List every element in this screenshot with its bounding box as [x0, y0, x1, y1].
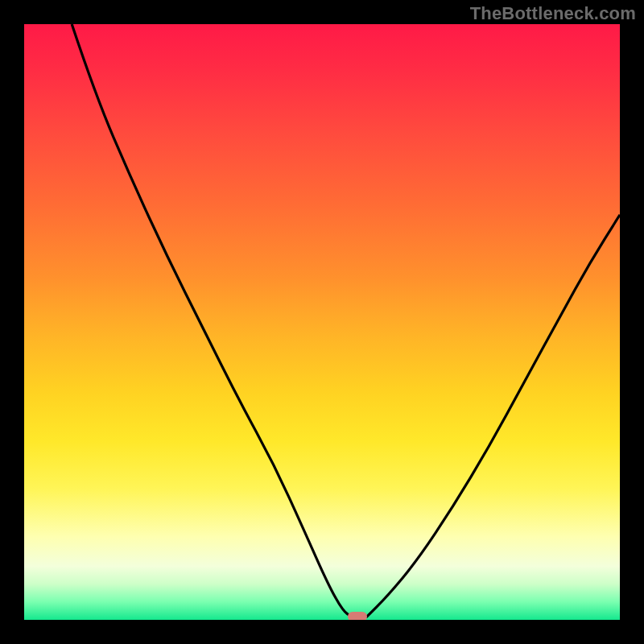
optimal-point-marker: [348, 612, 367, 620]
plot-area: [24, 24, 620, 620]
watermark-text: TheBottleneck.com: [470, 3, 636, 24]
curve-path: [72, 24, 620, 617]
bottleneck-curve: [24, 24, 620, 620]
chart-frame: TheBottleneck.com: [0, 0, 644, 644]
